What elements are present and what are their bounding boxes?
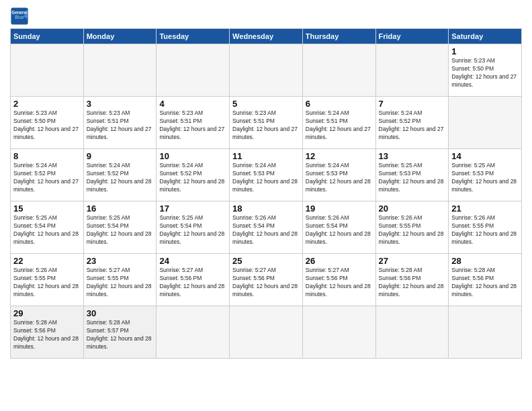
calendar-day: [157, 306, 230, 359]
empty-cell: [302, 44, 375, 97]
day-info: Sunrise: 5:23 AMSunset: 5:51 PMDaylight:…: [87, 109, 154, 142]
calendar-day: [375, 306, 449, 359]
calendar-day: 4 Sunrise: 5:23 AMSunset: 5:51 PMDayligh…: [157, 97, 230, 149]
day-info: Sunrise: 5:28 AMSunset: 5:56 PMDaylight:…: [451, 267, 519, 299]
day-number: 15: [13, 203, 81, 214]
calendar-day: 23 Sunrise: 5:27 AMSunset: 5:55 PMDaylig…: [83, 254, 157, 306]
day-number: 4: [159, 99, 226, 109]
calendar-week-4: 15 Sunrise: 5:25 AMSunset: 5:54 PMDaylig…: [11, 201, 522, 254]
day-info: Sunrise: 5:26 AMSunset: 5:55 PMDaylight:…: [13, 267, 81, 299]
calendar-table: SundayMondayTuesdayWednesdayThursdayFrid…: [10, 28, 522, 359]
weekday-header: Wednesday: [230, 29, 303, 44]
day-number: 16: [87, 203, 154, 214]
day-info: Sunrise: 5:25 AMSunset: 5:54 PMDaylight:…: [87, 214, 154, 246]
calendar-day: 22 Sunrise: 5:26 AMSunset: 5:55 PMDaylig…: [11, 254, 84, 306]
calendar-day: 10 Sunrise: 5:24 AMSunset: 5:52 PMDaylig…: [157, 149, 230, 201]
day-info: Sunrise: 5:27 AMSunset: 5:56 PMDaylight:…: [232, 267, 300, 299]
calendar-day: 3 Sunrise: 5:23 AMSunset: 5:51 PMDayligh…: [83, 97, 157, 149]
day-info: Sunrise: 5:24 AMSunset: 5:51 PMDaylight:…: [306, 109, 373, 142]
day-number: 2: [13, 99, 81, 109]
day-number: 20: [379, 203, 446, 214]
day-number: 12: [306, 151, 373, 161]
calendar-day: 9 Sunrise: 5:24 AMSunset: 5:52 PMDayligh…: [83, 149, 157, 201]
day-info: Sunrise: 5:24 AMSunset: 5:53 PMDaylight:…: [306, 162, 373, 194]
empty-cell: [375, 44, 449, 97]
day-number: 11: [232, 151, 300, 161]
calendar-day: 27 Sunrise: 5:28 AMSunset: 5:56 PMDaylig…: [375, 254, 449, 306]
day-number: 5: [232, 99, 300, 109]
day-number: 8: [13, 151, 81, 161]
logo: General Blue: [10, 7, 32, 26]
calendar-day: 26 Sunrise: 5:27 AMSunset: 5:56 PMDaylig…: [302, 254, 375, 306]
day-info: Sunrise: 5:28 AMSunset: 5:56 PMDaylight:…: [13, 319, 81, 351]
calendar-day: 20 Sunrise: 5:26 AMSunset: 5:55 PMDaylig…: [375, 201, 449, 254]
calendar-day: 15 Sunrise: 5:25 AMSunset: 5:54 PMDaylig…: [11, 201, 84, 254]
day-info: Sunrise: 5:26 AMSunset: 5:54 PMDaylight:…: [306, 214, 373, 246]
day-number: 13: [379, 151, 446, 161]
weekday-header: Monday: [83, 29, 157, 44]
empty-cell: [157, 44, 230, 97]
day-info: Sunrise: 5:27 AMSunset: 5:56 PMDaylight:…: [306, 267, 373, 299]
calendar-day: 8 Sunrise: 5:24 AMSunset: 5:52 PMDayligh…: [11, 149, 84, 201]
empty-cell: [230, 44, 303, 97]
day-number: 28: [451, 256, 519, 266]
empty-cell: [83, 44, 157, 97]
calendar-day: 1 Sunrise: 5:23 AMSunset: 5:50 PMDayligh…: [449, 44, 522, 97]
calendar-day: [302, 306, 375, 359]
day-number: 23: [87, 256, 154, 266]
day-info: Sunrise: 5:24 AMSunset: 5:52 PMDaylight:…: [87, 162, 154, 194]
weekday-header: Saturday: [449, 29, 522, 44]
day-info: Sunrise: 5:28 AMSunset: 5:56 PMDaylight:…: [379, 267, 446, 299]
calendar-day: [230, 306, 303, 359]
calendar-day: 24 Sunrise: 5:27 AMSunset: 5:56 PMDaylig…: [157, 254, 230, 306]
day-number: 10: [159, 151, 226, 161]
day-info: Sunrise: 5:25 AMSunset: 5:53 PMDaylight:…: [451, 162, 519, 194]
day-info: Sunrise: 5:24 AMSunset: 5:52 PMDaylight:…: [379, 109, 446, 142]
calendar-day: 2 Sunrise: 5:23 AMSunset: 5:50 PMDayligh…: [11, 97, 84, 149]
calendar-week-1: 1 Sunrise: 5:23 AMSunset: 5:50 PMDayligh…: [11, 44, 522, 97]
calendar-day: 16 Sunrise: 5:25 AMSunset: 5:54 PMDaylig…: [83, 201, 157, 254]
day-number: 19: [306, 203, 373, 214]
calendar-week-5: 22 Sunrise: 5:26 AMSunset: 5:55 PMDaylig…: [11, 254, 522, 306]
calendar-day: 18 Sunrise: 5:26 AMSunset: 5:54 PMDaylig…: [230, 201, 303, 254]
day-number: 27: [379, 256, 446, 266]
empty-cell: [11, 44, 84, 97]
day-info: Sunrise: 5:23 AMSunset: 5:50 PMDaylight:…: [451, 57, 519, 89]
day-info: Sunrise: 5:23 AMSunset: 5:51 PMDaylight:…: [232, 109, 300, 142]
weekday-header-row: SundayMondayTuesdayWednesdayThursdayFrid…: [11, 29, 522, 44]
header: General Blue: [10, 7, 522, 26]
weekday-header: Thursday: [302, 29, 375, 44]
day-info: Sunrise: 5:24 AMSunset: 5:53 PMDaylight:…: [232, 162, 300, 194]
calendar-day: 11 Sunrise: 5:24 AMSunset: 5:53 PMDaylig…: [230, 149, 303, 201]
day-number: 17: [159, 203, 226, 214]
logo-icon: General Blue: [10, 7, 29, 26]
day-info: Sunrise: 5:25 AMSunset: 5:54 PMDaylight:…: [159, 214, 226, 246]
weekday-header: Tuesday: [157, 29, 230, 44]
day-number: 1: [451, 46, 519, 56]
day-number: 18: [232, 203, 300, 214]
day-info: Sunrise: 5:27 AMSunset: 5:55 PMDaylight:…: [87, 267, 154, 299]
calendar-day: [449, 306, 522, 359]
calendar-week-6: 29 Sunrise: 5:28 AMSunset: 5:56 PMDaylig…: [11, 306, 522, 359]
day-info: Sunrise: 5:26 AMSunset: 5:55 PMDaylight:…: [451, 214, 519, 246]
day-info: Sunrise: 5:23 AMSunset: 5:51 PMDaylight:…: [159, 109, 226, 142]
calendar-week-3: 8 Sunrise: 5:24 AMSunset: 5:52 PMDayligh…: [11, 149, 522, 201]
day-info: Sunrise: 5:24 AMSunset: 5:52 PMDaylight:…: [13, 162, 81, 194]
day-number: 21: [451, 203, 519, 214]
calendar-day: 7 Sunrise: 5:24 AMSunset: 5:52 PMDayligh…: [375, 97, 449, 149]
calendar-day: 6 Sunrise: 5:24 AMSunset: 5:51 PMDayligh…: [302, 97, 375, 149]
day-number: 9: [87, 151, 154, 161]
day-info: Sunrise: 5:25 AMSunset: 5:53 PMDaylight:…: [379, 162, 446, 194]
day-number: 30: [87, 308, 154, 318]
weekday-header: Friday: [375, 29, 449, 44]
weekday-header: Sunday: [11, 29, 84, 44]
day-number: 6: [306, 99, 373, 109]
calendar-day: 12 Sunrise: 5:24 AMSunset: 5:53 PMDaylig…: [302, 149, 375, 201]
calendar-day: [449, 97, 522, 149]
day-info: Sunrise: 5:26 AMSunset: 5:54 PMDaylight:…: [232, 214, 300, 246]
calendar-day: 25 Sunrise: 5:27 AMSunset: 5:56 PMDaylig…: [230, 254, 303, 306]
calendar-day: 19 Sunrise: 5:26 AMSunset: 5:54 PMDaylig…: [302, 201, 375, 254]
calendar-day: 13 Sunrise: 5:25 AMSunset: 5:53 PMDaylig…: [375, 149, 449, 201]
page-container: General Blue SundayMondayTuesdayWednesda…: [0, 0, 532, 365]
day-number: 26: [306, 256, 373, 266]
